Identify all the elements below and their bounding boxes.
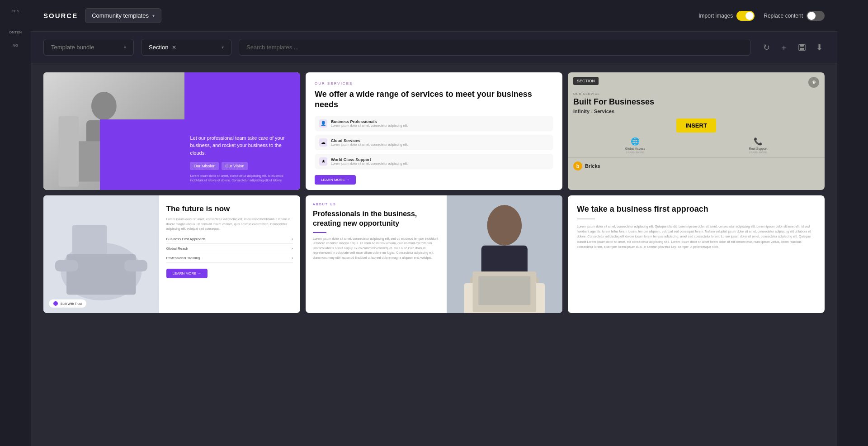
template-bundle-dropdown[interactable]: Template bundle ▾: [43, 39, 134, 56]
card-1-purple-overlay: [100, 119, 184, 190]
clear-section-button[interactable]: ✕: [172, 44, 176, 51]
svg-rect-2: [800, 48, 804, 50]
source-dropdown[interactable]: Community templates ▾: [85, 8, 161, 23]
save-button[interactable]: [796, 42, 808, 53]
bundle-placeholder: Template bundle: [51, 44, 94, 51]
card-3-content: OUR SERVICE Built For Businesses Infinit…: [568, 92, 825, 154]
template-card-4[interactable]: Built With Trust The future is now Lorem…: [43, 195, 300, 313]
search-input-wrap: [239, 39, 750, 56]
sidebar-item-2[interactable]: [0, 19, 31, 24]
svg-rect-1: [800, 44, 804, 47]
feature-global: 🌐 Global Access LEARN MORE: [625, 137, 645, 154]
main-panel: SOURCE Community templates ▾ Import imag…: [31, 0, 837, 446]
card-3-features: 🌐 Global Access LEARN MORE 📞 Real Suppor…: [573, 137, 819, 154]
replace-content-label: Replace content: [764, 13, 803, 19]
toggle-knob: [745, 12, 754, 20]
source-dropdown-label: Community templates: [92, 12, 149, 19]
chevron-down-icon-2: ▾: [124, 45, 126, 50]
feature-label-1: Global Access: [625, 147, 645, 150]
header-left: SOURCE Community templates ▾: [43, 8, 161, 23]
sidebar-item-1[interactable]: CES: [0, 7, 31, 15]
download-button[interactable]: ⬇: [814, 41, 825, 54]
sidebar-left: CES ONTEN NG: [0, 0, 31, 446]
toggle-knob-2: [807, 12, 816, 20]
template-grid: Let our professional team take care of y…: [43, 72, 825, 313]
chevron-down-icon: ▾: [152, 13, 155, 18]
header: SOURCE Community templates ▾ Import imag…: [31, 0, 837, 32]
card-3-title: Built For Businesses: [573, 97, 819, 107]
section-dropdown[interactable]: Section ✕ ▾: [141, 39, 231, 56]
import-images-toggle[interactable]: [736, 11, 755, 21]
filter-bar: Template bundle ▾ Section ✕ ▾ ↻ ＋: [31, 32, 837, 63]
replace-content-toggle-group: Replace content: [764, 11, 825, 21]
source-label: SOURCE: [43, 12, 78, 19]
insert-button[interactable]: INSERT: [676, 119, 716, 133]
card-3-subtitle: Infinity - Services: [573, 109, 819, 114]
chevron-down-icon-3: ▾: [222, 45, 224, 50]
replace-content-toggle[interactable]: [807, 11, 825, 21]
grid-area: Let our professional team take care of y…: [31, 63, 837, 446]
import-images-toggle-group: Import images: [698, 11, 755, 21]
feature-label-2: Real Support: [749, 147, 767, 150]
search-input[interactable]: [239, 39, 750, 56]
bricks-logo: b: [573, 161, 582, 171]
refresh-button[interactable]: ↻: [761, 41, 772, 54]
section-value: Section: [149, 44, 168, 51]
eye-icon[interactable]: 👁: [808, 77, 819, 88]
header-right: Import images Replace content: [698, 11, 825, 21]
import-images-label: Import images: [698, 13, 733, 19]
card-3-header: SECTION 👁: [568, 72, 825, 92]
add-button[interactable]: ＋: [778, 40, 790, 55]
sidebar-item-4[interactable]: NG: [0, 41, 31, 50]
card-3-tag: OUR SERVICE: [573, 92, 819, 95]
section-badge: SECTION: [573, 77, 599, 85]
filter-actions: ↻ ＋ ⬇: [761, 40, 825, 55]
template-card-6[interactable]: We take a business first approach Lorem …: [568, 195, 825, 313]
card-3-footer: b Bricks: [568, 157, 825, 174]
sidebar-right: [837, 0, 868, 446]
brand-name: Bricks: [585, 163, 600, 169]
template-card-1[interactable]: Let our professional team take care of y…: [43, 72, 300, 190]
template-card-3[interactable]: SECTION 👁 OUR SERVICE Built For Business…: [568, 72, 825, 190]
sidebar-item-3[interactable]: ONTEN: [0, 28, 31, 37]
feature-support: 📞 Real Support LEARN MORE: [749, 137, 767, 154]
template-card-2[interactable]: OUR SERVICES We offer a wide range of se…: [306, 72, 562, 190]
template-card-5[interactable]: ABOUT US Professionals in the business, …: [306, 195, 562, 313]
